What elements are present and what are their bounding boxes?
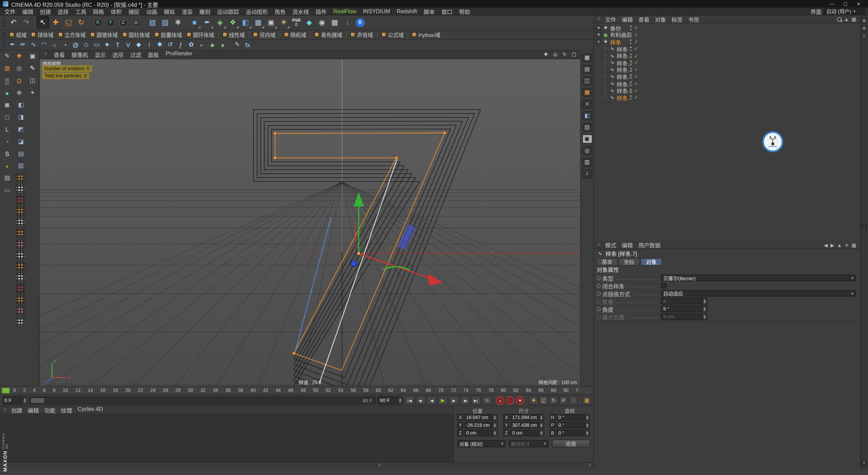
autokey-button[interactable]: ◦ <box>506 396 514 404</box>
material-menu-创建[interactable]: 创建 <box>8 406 25 414</box>
ruler-tick-26[interactable]: 26 <box>163 387 168 393</box>
spin-down-icon[interactable] <box>704 301 706 303</box>
expander-icon[interactable]: − <box>596 39 601 44</box>
textures-tab-icon[interactable]: ▨ <box>582 122 592 131</box>
prev-key-button[interactable]: ◀· <box>416 396 426 405</box>
key-scale-toggle[interactable]: ◱ <box>539 396 548 405</box>
zoom-view-icon[interactable]: ◎ <box>551 51 559 58</box>
back-arrow-icon[interactable]: ◀ <box>824 242 828 248</box>
content-browser-icon[interactable]: ▩ <box>582 88 592 97</box>
scene-svg[interactable]: YXZ <box>40 59 580 386</box>
field-button-圆环体域[interactable]: 圆环体域 <box>184 31 216 39</box>
menu-网格[interactable]: 网格 <box>90 8 107 15</box>
object-row-样条-2[interactable]: −✚样条✓ <box>594 38 860 45</box>
dock-info-icon[interactable]: ◫ <box>861 33 867 39</box>
editor-visibility-dot[interactable] <box>629 81 632 83</box>
plate-icon[interactable]: ▤ <box>16 149 26 158</box>
render-visibility-dot[interactable] <box>629 70 632 72</box>
spin-arrows[interactable] <box>492 431 497 436</box>
spline-arc-tool-icon[interactable]: ◠ <box>39 40 49 50</box>
dock-handle-icon[interactable]: ⋮ <box>861 224 867 229</box>
ruler-tick-24[interactable]: 24 <box>150 387 155 393</box>
layout-icon[interactable]: ▦ <box>852 242 856 248</box>
add-light-button[interactable]: ☀ <box>277 16 290 29</box>
enabled-check-icon[interactable]: ✓ <box>634 88 638 93</box>
spin-up-icon[interactable] <box>540 423 542 425</box>
mograph-button[interactable]: ◉ <box>316 16 329 29</box>
ruler-tick-48[interactable]: 48 <box>300 387 305 393</box>
object-row-样条.5-8[interactable]: └∿样条.5✓ <box>594 80 860 87</box>
visibility-toggles[interactable] <box>629 60 632 65</box>
spin-up-icon[interactable] <box>494 431 496 433</box>
key-rotation-toggle[interactable]: ↻ <box>549 396 558 405</box>
menu-工具[interactable]: 工具 <box>72 8 90 15</box>
menu-脚本[interactable]: 脚本 <box>420 8 438 15</box>
spin-arrows[interactable] <box>585 431 590 436</box>
visibility-toggles[interactable] <box>629 32 632 37</box>
n-side-spline-icon[interactable]: ◇ <box>81 40 91 50</box>
ruler-tick-88[interactable]: 88 <box>551 387 556 393</box>
menu-文件[interactable]: 文件 <box>1 8 19 15</box>
field-button-线性域[interactable]: 线性域 <box>220 31 247 39</box>
property-checkbox-闭合样条[interactable] <box>661 283 666 288</box>
spline-vertex[interactable] <box>443 131 446 134</box>
coord-value-position-X[interactable]: 18.047 cm <box>465 414 498 421</box>
property-数量[interactable]: 数量8 <box>594 297 860 305</box>
property-点插值方式[interactable]: 点插值方式自动适应▾ <box>594 289 860 297</box>
render-visibility-dot[interactable] <box>629 42 632 44</box>
spline-smooth-icon[interactable]: ∿ <box>28 40 39 50</box>
plugin-palette-icon-13[interactable] <box>16 306 25 315</box>
plugin-palette-icon-7[interactable] <box>16 240 25 248</box>
ruler-tick-84[interactable]: 84 <box>526 387 531 393</box>
tab-对象[interactable]: 对象 <box>640 258 662 266</box>
field-button-胶囊体域[interactable]: 胶囊体域 <box>152 31 184 39</box>
render-region-button[interactable]: ▩ <box>328 16 341 29</box>
viewport-menu-面板[interactable]: 面板 <box>144 50 162 58</box>
menu-Redshift[interactable]: Redshift <box>393 8 420 15</box>
ruler-tick-28[interactable]: 28 <box>175 387 180 393</box>
formula-spline-icon[interactable]: ƒ <box>176 40 186 50</box>
enabled-check-icon[interactable]: ✓ <box>634 32 638 37</box>
highlighted-spline-segment[interactable] <box>295 217 331 351</box>
key-pla-toggle[interactable]: ∴ <box>569 396 578 405</box>
ruler-tick-70[interactable]: 70 <box>438 387 443 393</box>
tab-基本[interactable]: 基本 <box>596 258 618 266</box>
layout-grid-icon[interactable]: ▦ <box>582 53 592 62</box>
render-picture-viewer-button[interactable]: ▨ <box>159 16 172 29</box>
spin-down-icon[interactable] <box>494 426 496 428</box>
ruler-tick-72[interactable]: 72 <box>451 387 456 393</box>
spin-arrows[interactable] <box>538 431 544 436</box>
cogwheel-spline-icon[interactable]: ✱ <box>155 40 165 50</box>
spin-up-icon[interactable] <box>704 307 706 309</box>
model-mode-icon[interactable]: ▩ <box>2 63 12 73</box>
layout-rows-icon[interactable]: ▤ <box>582 64 592 73</box>
ruler-tick-2[interactable]: 2 <box>23 387 26 393</box>
property-类型[interactable]: 类型贝塞尔(Bezier)▾ <box>594 274 860 282</box>
live-selection-tool[interactable]: ↖ <box>37 16 50 29</box>
spin-up-icon[interactable] <box>540 416 542 417</box>
cissoid-spline-icon[interactable]: ≀ <box>144 40 154 50</box>
enabled-check-icon[interactable]: ✓ <box>634 46 638 52</box>
ruler-tick-82[interactable]: 82 <box>513 387 518 393</box>
script-fx-icon[interactable]: fx <box>242 40 253 50</box>
object-row-样条.4-7[interactable]: └∿样条.4✓ <box>594 73 860 80</box>
am-menu-用户数据[interactable]: 用户数据 <box>636 241 664 249</box>
ruler-tick-58[interactable]: 58 <box>363 387 368 393</box>
keyframe-circle-icon[interactable] <box>597 276 600 280</box>
key-parameter-toggle[interactable]: P <box>559 396 568 405</box>
menu-编辑[interactable]: 编辑 <box>19 8 37 15</box>
panel-grip-icon[interactable]: ⠿ <box>595 243 602 247</box>
viewport-menu-ProRender[interactable]: ProRender <box>162 50 196 58</box>
spin-down-icon[interactable] <box>540 434 542 435</box>
plugin-palette-icon-2[interactable] <box>16 184 25 193</box>
search-icon[interactable] <box>837 17 841 21</box>
spline-vertex[interactable] <box>274 156 276 159</box>
field-button-声音域[interactable]: 声音域 <box>348 31 375 39</box>
coord-value-rotation-H[interactable]: 0 ° <box>557 414 590 421</box>
menu-插件[interactable]: 插件 <box>312 8 330 15</box>
visibility-toggles[interactable] <box>629 53 632 58</box>
ruler-tick-80[interactable]: 80 <box>501 387 506 393</box>
menu-创建[interactable]: 创建 <box>37 8 54 15</box>
psr-zero-button[interactable]: PSR0 <box>290 16 303 29</box>
close-button[interactable]: ✕ <box>852 0 865 8</box>
